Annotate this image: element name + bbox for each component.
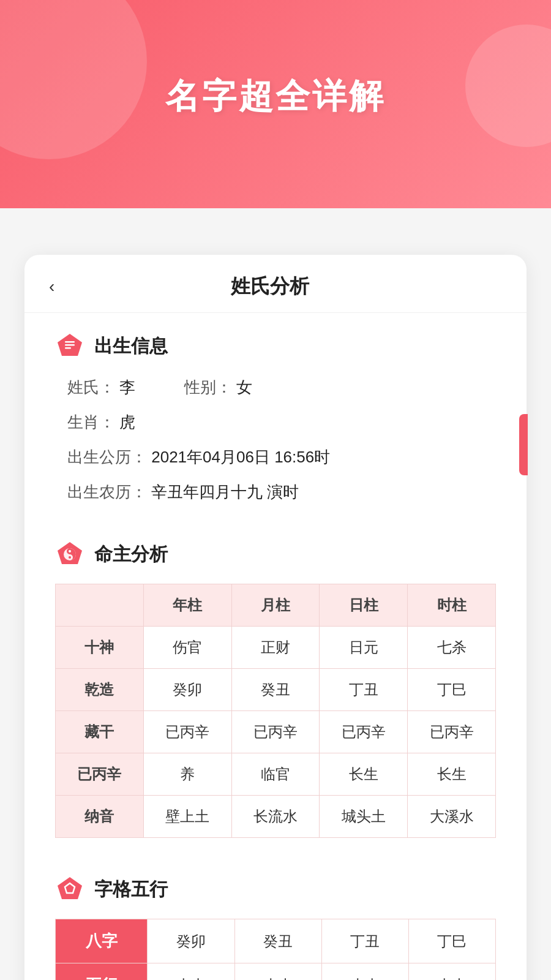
yibingxin-shi: 长生 <box>408 753 496 796</box>
card-title: 姓氏分析 <box>54 273 485 300</box>
birth-info-section: 出生信息 姓氏： 李 性别： 女 生肖： 虎 出生公历： 2021年04月06日… <box>24 313 527 521</box>
zodiac-label: 生肖： <box>67 413 115 431</box>
svg-rect-1 <box>65 341 75 343</box>
wuxing-label: 五行 <box>56 963 148 981</box>
table-row: 纳音 壁上土 长流水 城头土 大溪水 <box>56 796 496 838</box>
zigew-title: 字格五行 <box>55 875 496 904</box>
main-card: ‹ 姓氏分析 出生信息 姓氏： 李 性别： 女 <box>24 255 527 980</box>
row-qianzao-header: 乾造 <box>56 669 144 711</box>
nayin-nian: 壁上土 <box>143 796 231 838</box>
table-row: 十神 伤官 正财 日元 七杀 <box>56 627 496 669</box>
surname-value: 李 <box>119 378 135 396</box>
mingzhu-icon <box>55 540 84 569</box>
surname-gender-row: 姓氏： 李 性别： 女 <box>67 375 496 399</box>
birth-info-block: 姓氏： 李 性别： 女 生肖： 虎 出生公历： 2021年04月06日 16:5… <box>55 375 496 504</box>
back-button[interactable]: ‹ <box>49 278 54 295</box>
wuxing-shi: 火木 <box>408 963 495 981</box>
zigew-title-text: 字格五行 <box>94 877 168 902</box>
birth-info-icon <box>55 331 84 361</box>
zanggan-nian: 已丙辛 <box>143 711 231 753</box>
solar-value: 2021年04月06日 16:56时 <box>151 448 330 466</box>
wuxing-bazi-row: 八字 癸卯 癸丑 丁丑 丁巳 <box>56 919 496 963</box>
wuxing-nian: 火土 <box>148 963 234 981</box>
zigew-section: 字格五行 八字 癸卯 癸丑 丁丑 丁巳 五行 火土 水木 水火 火木 <box>24 856 527 980</box>
main-title: 名字超全详解 <box>0 0 551 120</box>
gender-value: 女 <box>236 378 252 396</box>
th-yuezhu: 月柱 <box>231 584 320 627</box>
shishen-shi: 七杀 <box>408 627 496 669</box>
table-header-row: 年柱 月柱 日柱 时柱 <box>56 584 496 627</box>
row-shishen-header: 十神 <box>56 627 144 669</box>
nayin-yue: 长流水 <box>231 796 320 838</box>
qianzao-yue: 癸丑 <box>231 669 320 711</box>
shishen-nian: 伤官 <box>143 627 231 669</box>
svg-point-6 <box>69 550 71 552</box>
table-row: 已丙辛 养 临官 长生 长生 <box>56 753 496 796</box>
qianzao-ri: 丁丑 <box>320 669 408 711</box>
bazi-table: 年柱 月柱 日柱 时柱 十神 伤官 正财 日元 七杀 乾造 癸卯 癸丑 <box>55 584 496 838</box>
nayin-shi: 大溪水 <box>408 796 496 838</box>
th-empty <box>56 584 144 627</box>
table-row: 乾造 癸卯 癸丑 丁丑 丁巳 <box>56 669 496 711</box>
row-zanggan-header: 藏干 <box>56 711 144 753</box>
bazi-label: 八字 <box>56 919 148 963</box>
wuxing-yue: 水木 <box>234 963 321 981</box>
zodiac-row: 生肖： 虎 <box>67 410 496 434</box>
bazi-shi: 丁巳 <box>408 919 495 963</box>
bazi-yue: 癸丑 <box>234 919 321 963</box>
lunar-label: 出生农历： <box>67 483 147 501</box>
wuxing-wuxing-row: 五行 火土 水木 水火 火木 <box>56 963 496 981</box>
qianzao-nian: 癸卯 <box>143 669 231 711</box>
qianzao-shi: 丁巳 <box>408 669 496 711</box>
svg-rect-2 <box>65 344 75 346</box>
zanggan-shi: 已丙辛 <box>408 711 496 753</box>
mingzhu-section: 命主分析 年柱 月柱 日柱 时柱 十神 伤官 正财 日元 七杀 <box>24 521 527 856</box>
th-shizhu: 时柱 <box>408 584 496 627</box>
solar-label: 出生公历： <box>67 448 147 466</box>
shishen-ri: 日元 <box>320 627 408 669</box>
right-accent-bar <box>519 414 528 475</box>
bazi-ri: 丁丑 <box>321 919 408 963</box>
yibingxin-ri: 长生 <box>320 753 408 796</box>
shishen-yue: 正财 <box>231 627 320 669</box>
row-yibingxin-header: 已丙辛 <box>56 753 144 796</box>
wuxing-table: 八字 癸卯 癸丑 丁丑 丁巳 五行 火土 水木 水火 火木 <box>55 919 496 980</box>
lunar-value: 辛丑年四月十九 演时 <box>151 483 299 501</box>
svg-rect-3 <box>65 347 71 349</box>
th-rizhu: 日柱 <box>320 584 408 627</box>
gender-label: 性别： <box>184 378 232 396</box>
zanggan-yue: 已丙辛 <box>231 711 320 753</box>
bazi-nian: 癸卯 <box>148 919 234 963</box>
svg-point-7 <box>69 556 71 559</box>
th-nianzhu: 年柱 <box>143 584 231 627</box>
surname-label: 姓氏： <box>67 378 115 396</box>
solar-row: 出生公历： 2021年04月06日 16:56时 <box>67 445 496 469</box>
yibingxin-yue: 临官 <box>231 753 320 796</box>
card-header: ‹ 姓氏分析 <box>24 255 527 313</box>
zodiac-value: 虎 <box>119 413 135 431</box>
birth-info-title-text: 出生信息 <box>94 334 168 359</box>
zanggan-ri: 已丙辛 <box>320 711 408 753</box>
lunar-row: 出生农历： 辛丑年四月十九 演时 <box>67 480 496 504</box>
nayin-ri: 城头土 <box>320 796 408 838</box>
table-row: 藏干 已丙辛 已丙辛 已丙辛 已丙辛 <box>56 711 496 753</box>
mingzhu-title-text: 命主分析 <box>94 542 168 567</box>
zigew-icon <box>55 875 84 904</box>
row-nayin-header: 纳音 <box>56 796 144 838</box>
yibingxin-nian: 养 <box>143 753 231 796</box>
svg-marker-8 <box>58 877 82 899</box>
wuxing-ri: 水火 <box>321 963 408 981</box>
birth-info-title: 出生信息 <box>55 331 496 361</box>
mingzhu-title: 命主分析 <box>55 540 496 569</box>
